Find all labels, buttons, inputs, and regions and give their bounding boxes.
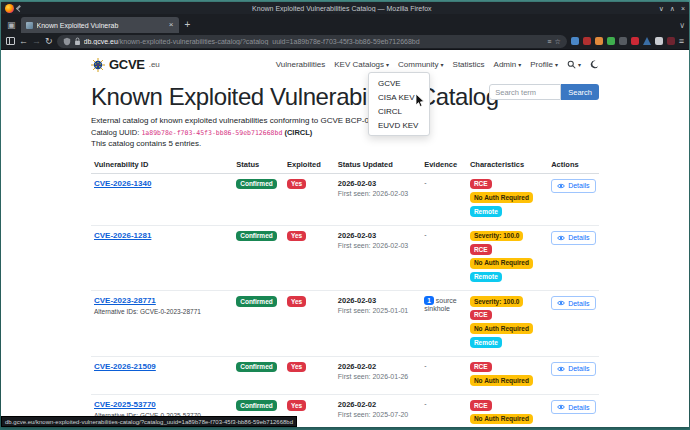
- details-button[interactable]: Details: [551, 296, 595, 310]
- bookmark-star-icon[interactable]: ☆: [554, 38, 560, 45]
- search-button[interactable]: Search: [561, 84, 599, 100]
- dropdown-item-euvd-kev[interactable]: EUVD KEV: [369, 118, 429, 132]
- characteristic-badge: No Auth Required: [470, 323, 533, 334]
- new-tab-button[interactable]: +: [185, 20, 191, 30]
- column-header-status: Status: [233, 157, 284, 174]
- first-seen-date: First seen: 2026-01-26: [338, 373, 418, 380]
- maximize-button[interactable]: ∧: [670, 5, 675, 12]
- nav-item-kev-catalogs[interactable]: KEV Catalogs▾: [334, 60, 389, 69]
- details-button[interactable]: Details: [551, 362, 595, 376]
- brand-name: GCVE: [109, 57, 145, 72]
- table-row: CVE-2026-1281 Confirmed Yes 2026-02-03Fi…: [91, 225, 599, 291]
- nav-item-community[interactable]: Community▾: [398, 60, 443, 69]
- forward-button[interactable]: →: [32, 37, 41, 46]
- screenshot-extension-icon[interactable]: [619, 37, 627, 45]
- cve-link[interactable]: CVE-2026-1340: [94, 179, 151, 188]
- status-badge: Confirmed: [236, 362, 277, 373]
- firefox-view-icon[interactable]: ▣: [7, 20, 16, 30]
- tab-overflow-chevron-icon[interactable]: ∨: [679, 21, 685, 30]
- column-header-evidence: Evidence: [421, 157, 467, 174]
- padlock-icon[interactable]: [74, 37, 81, 46]
- first-seen-date: First seen: 2026-02-03: [338, 190, 418, 197]
- site-nav: VulnerabilitiesKEV Catalogs▾Community▾St…: [276, 60, 599, 69]
- characteristic-badge: Remote: [470, 337, 502, 348]
- tracking-shield-icon[interactable]: [63, 37, 71, 46]
- adblock-extension-icon[interactable]: [667, 37, 675, 45]
- site-logo[interactable]: GCVE.eu: [91, 57, 160, 72]
- details-button[interactable]: Details: [551, 179, 595, 193]
- page-viewport: GCVE.eu VulnerabilitiesKEV Catalogs▾Comm…: [1, 50, 689, 427]
- catalog-org: (CIRCL): [284, 128, 312, 137]
- exploited-badge: Yes: [287, 400, 306, 411]
- column-header-exploited: Exploited: [284, 157, 335, 174]
- green-extension-icon[interactable]: [607, 37, 615, 45]
- characteristic-badge: RCE: [470, 310, 492, 321]
- characteristic-badge: No Auth Required: [470, 192, 533, 203]
- cve-link[interactable]: CVE-2025-53770: [94, 400, 156, 409]
- minimize-button[interactable]: ∨: [659, 5, 664, 12]
- sidebar-toggle-icon[interactable]: [6, 37, 15, 45]
- characteristics-cell: Severity: 100.0RCENo Auth RequiredRemote: [467, 291, 548, 357]
- table-row: CVE-2026-1340 Confirmed Yes 2026-02-03Fi…: [91, 173, 599, 225]
- dropdown-item-gcve[interactable]: GCVE: [369, 76, 429, 90]
- nav-item-statistics[interactable]: Statistics: [453, 60, 485, 69]
- nav-item-label: KEV Catalogs: [334, 60, 384, 69]
- eye-icon: [557, 366, 565, 372]
- nav-item-label: Admin: [494, 60, 517, 69]
- characteristic-badge: RCE: [470, 244, 492, 255]
- evidence-count-badge: 1: [424, 296, 434, 305]
- reload-button[interactable]: ↻: [45, 37, 53, 46]
- tab-favicon-icon: [26, 22, 33, 29]
- cve-link[interactable]: CVE-2026-21509: [94, 362, 156, 371]
- cve-link[interactable]: CVE-2026-1281: [94, 231, 151, 240]
- hamburger-menu-icon[interactable]: ≡: [679, 37, 684, 46]
- tab-close-icon[interactable]: ×: [169, 21, 174, 29]
- status-updated-date: 2026-02-03: [338, 179, 418, 188]
- dark-mode-toggle[interactable]: [590, 60, 599, 69]
- column-header-status-updated: Status Updated: [335, 157, 421, 174]
- nav-item-admin[interactable]: Admin▾: [494, 60, 522, 69]
- nav-item-label: Statistics: [453, 60, 485, 69]
- shield-extension-icon[interactable]: [655, 37, 663, 45]
- status-bar-url: db.gcve.eu/known-exploited-vulnerabiliti…: [1, 416, 297, 427]
- characteristic-badge: RCE: [470, 362, 492, 373]
- active-tab[interactable]: Known Exploited Vulnerab ×: [21, 17, 179, 33]
- url-host: db.gcve.eu: [84, 38, 118, 45]
- close-button[interactable]: ×: [681, 5, 685, 12]
- details-button[interactable]: Details: [551, 231, 595, 245]
- browser-window: Known Exploited Vulnerabilities Catalog …: [1, 2, 689, 427]
- reader-view-icon[interactable]: ≡: [547, 38, 551, 45]
- back-button[interactable]: ←: [19, 37, 28, 46]
- vpn-extension-icon[interactable]: [643, 37, 651, 45]
- cve-link[interactable]: CVE-2023-28771: [94, 296, 156, 305]
- tab-bar: ▣ Known Exploited Vulnerab × + ∨: [1, 14, 689, 33]
- mouse-cursor: [415, 94, 425, 108]
- gcve-logo-icon: [91, 58, 105, 72]
- eye-icon: [557, 235, 565, 241]
- search-nav-item[interactable]: ▾: [567, 60, 581, 69]
- search-input[interactable]: [489, 84, 561, 100]
- characteristic-badge: No Auth Required: [470, 258, 533, 269]
- password-manager-extension-icon[interactable]: [631, 37, 639, 45]
- details-label: Details: [568, 182, 589, 189]
- nav-item-vulnerabilities[interactable]: Vulnerabilities: [276, 60, 326, 69]
- bookmark-page-action-icon[interactable]: [571, 37, 579, 45]
- characteristic-badge: RCE: [470, 400, 492, 411]
- evidence-subtext: sinkhole: [424, 305, 464, 312]
- evidence-cell: -: [421, 173, 467, 225]
- container-extension-icon[interactable]: [595, 37, 603, 45]
- details-button[interactable]: Details: [551, 400, 595, 414]
- alternative-ids: Alternative IDs: GCVE-0-2023-28771: [94, 308, 230, 315]
- nav-item-profile[interactable]: Profile▾: [530, 60, 558, 69]
- kev-table: Vulnerability IDStatusExploitedStatus Up…: [91, 157, 599, 427]
- page-subtitle: External catalog of known exploited vuln…: [91, 116, 599, 127]
- characteristic-badge: Remote: [470, 272, 502, 283]
- characteristic-badge: No Auth Required: [470, 414, 533, 425]
- search-icon: [567, 60, 576, 69]
- details-label: Details: [568, 404, 589, 411]
- red-dot-extension-icon[interactable]: [583, 37, 591, 45]
- table-row: CVE-2026-21509 Confirmed Yes 2026-02-02F…: [91, 356, 599, 394]
- evidence-cell: -: [421, 395, 467, 427]
- url-bar[interactable]: db.gcve.eu/known-exploited-vulnerabiliti…: [57, 35, 567, 48]
- catalog-uuid: 1a89b78e-f703-45f3-bb86-59eb712668bd: [141, 129, 282, 137]
